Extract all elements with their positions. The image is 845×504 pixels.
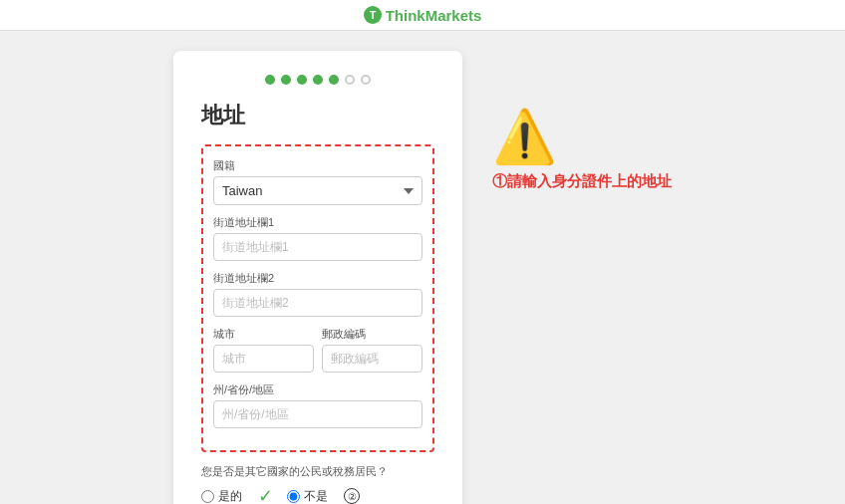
step-dot-1 bbox=[265, 75, 275, 85]
city-label: 城市 bbox=[213, 327, 314, 342]
postal-input[interactable] bbox=[322, 345, 422, 373]
header: T ThinkMarkets bbox=[0, 0, 845, 31]
tax-question: 您是否是其它國家的公民或稅務居民？ bbox=[201, 464, 434, 479]
step-dot-6 bbox=[345, 75, 355, 85]
steps-indicator bbox=[201, 75, 434, 85]
step-dot-2 bbox=[281, 75, 291, 85]
logo-markets: Markets bbox=[425, 7, 482, 24]
city-postal-row: 城市 郵政編碼 bbox=[213, 327, 422, 382]
country-field: 國籍 Taiwan China Hong Kong United States bbox=[213, 158, 422, 205]
circle-num-annotation: ② bbox=[344, 488, 360, 504]
address1-field: 街道地址欄1 bbox=[213, 215, 422, 261]
radio-no-text: 不是 bbox=[304, 488, 328, 505]
address1-input[interactable] bbox=[213, 233, 422, 261]
radio-yes-label[interactable]: 是的 bbox=[201, 488, 242, 505]
logo: T ThinkMarkets bbox=[364, 6, 482, 24]
logo-icon: T bbox=[364, 6, 382, 24]
country-select[interactable]: Taiwan China Hong Kong United States bbox=[213, 176, 422, 205]
step-dot-3 bbox=[297, 75, 307, 85]
radio-no-label[interactable]: 不是 bbox=[287, 488, 328, 505]
address2-field: 街道地址欄2 bbox=[213, 271, 422, 317]
postal-label: 郵政編碼 bbox=[322, 327, 422, 342]
annotation-panel: ⚠️ ①請輸入身分證件上的地址 bbox=[492, 51, 672, 191]
form-title: 地址 bbox=[201, 101, 434, 130]
state-input[interactable] bbox=[213, 400, 422, 428]
form-card: 地址 國籍 Taiwan China Hong Kong United Stat… bbox=[173, 51, 462, 504]
radio-yes-text: 是的 bbox=[218, 488, 242, 505]
dashed-section: 國籍 Taiwan China Hong Kong United States … bbox=[201, 144, 434, 452]
country-label: 國籍 bbox=[213, 158, 422, 173]
annotation-text: ①請輸入身分證件上的地址 bbox=[492, 170, 672, 191]
address2-label: 街道地址欄2 bbox=[213, 271, 422, 286]
radio-no[interactable] bbox=[287, 490, 300, 503]
step-dot-4 bbox=[313, 75, 323, 85]
postal-field: 郵政編碼 bbox=[322, 327, 422, 373]
state-label: 州/省份/地區 bbox=[213, 382, 422, 397]
logo-text: ThinkMarkets bbox=[386, 7, 482, 24]
radio-yes[interactable] bbox=[201, 490, 214, 503]
city-field: 城市 bbox=[213, 327, 314, 373]
step-dot-7 bbox=[361, 75, 371, 85]
address1-label: 街道地址欄1 bbox=[213, 215, 422, 230]
warning-icon: ⚠️ bbox=[492, 111, 557, 162]
main-area: 地址 國籍 Taiwan China Hong Kong United Stat… bbox=[0, 31, 845, 504]
state-field: 州/省份/地區 bbox=[213, 382, 422, 428]
logo-think: Think bbox=[386, 7, 425, 24]
city-input[interactable] bbox=[213, 345, 314, 373]
address2-input[interactable] bbox=[213, 289, 422, 317]
checkmark-icon: ✓ bbox=[258, 485, 273, 504]
svg-text:T: T bbox=[369, 9, 376, 21]
tax-radio-row: 是的 ✓ 不是 ② bbox=[201, 485, 434, 504]
step-dot-5 bbox=[329, 75, 339, 85]
